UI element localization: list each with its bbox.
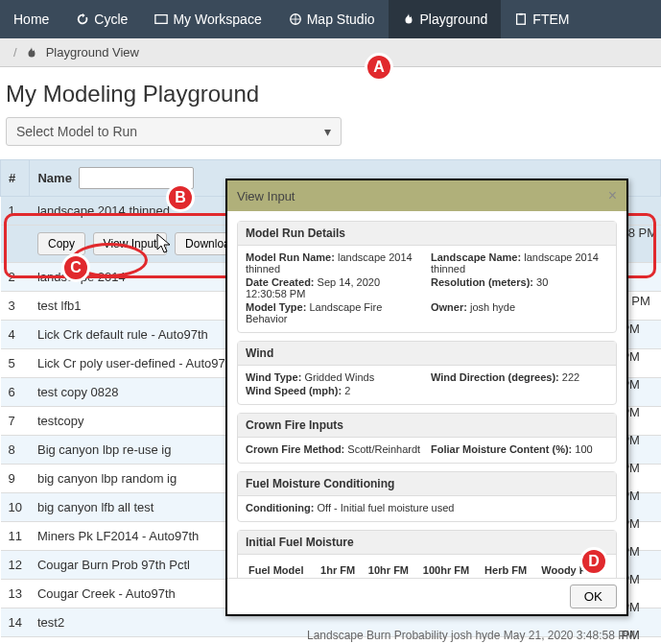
svg-rect-3 (520, 13, 524, 15)
clipboard-icon (514, 12, 528, 26)
panel-ifm: Initial Fuel Moisture Fuel Model 1hr FM … (237, 530, 617, 578)
nav-workspace[interactable]: My Workspace (141, 0, 274, 38)
panel-fmc: Fuel Moisture Conditioning Conditioning:… (237, 471, 617, 522)
breadcrumb-item[interactable]: Playground View (46, 45, 139, 60)
nav-ftem[interactable]: FTEM (501, 0, 582, 38)
ok-button[interactable]: OK (570, 584, 617, 608)
panel-details: Model Run Details Model Run Name: landsc… (237, 221, 617, 333)
caret-down-icon: ▾ (324, 124, 331, 139)
view-input-dialog: View Input × Model Run Details Model Run… (225, 179, 628, 616)
model-select-dropdown[interactable]: Select Model to Run ▾ (6, 117, 342, 146)
fire-icon (25, 46, 38, 60)
dialog-title: View Input (237, 189, 295, 203)
fire-icon (402, 12, 415, 26)
panel-crown: Crown Fire Inputs Crown Fire Method: Sco… (237, 413, 617, 464)
copy-button[interactable]: Copy (37, 232, 85, 255)
svg-rect-2 (517, 14, 526, 25)
cycle-icon (76, 12, 89, 26)
close-icon[interactable]: × (608, 187, 617, 204)
annotation-badge-c: C (61, 253, 90, 282)
dialog-titlebar[interactable]: View Input × (227, 180, 626, 211)
nav-mapstudio[interactable]: Map Studio (275, 0, 389, 38)
nav-cycle[interactable]: Cycle (62, 0, 141, 38)
top-navbar: Home Cycle My Workspace Map Studio Playg… (0, 0, 661, 38)
globe-icon (289, 12, 302, 26)
annotation-badge-b: B (166, 183, 195, 212)
breadcrumb: / Playground View (0, 38, 661, 67)
nav-home[interactable]: Home (0, 0, 62, 38)
fuel-moisture-table: Fuel Model 1hr FM 10hr FM 100hr FM Herb … (246, 561, 608, 578)
folder-icon (154, 12, 168, 26)
page-title: My Modeling Playground (0, 67, 661, 117)
nav-playground[interactable]: Playground (389, 0, 502, 38)
svg-rect-0 (155, 15, 167, 24)
annotation-badge-d: D (579, 547, 608, 576)
panel-wind: Wind Wind Type: Gridded Winds Wind Direc… (237, 341, 617, 405)
annotation-badge-a: A (365, 53, 393, 82)
cursor-icon (156, 233, 174, 254)
bottom-row-peek: Landscape Burn Probability josh hyde May… (307, 629, 635, 642)
col-num[interactable]: # (1, 160, 30, 197)
breadcrumb-sep: / (13, 45, 17, 60)
